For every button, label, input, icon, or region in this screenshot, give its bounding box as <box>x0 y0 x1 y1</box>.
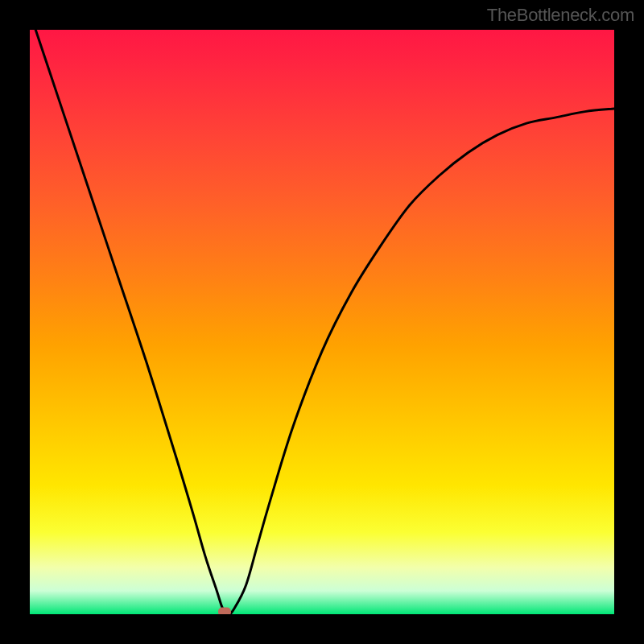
plot-area <box>30 30 614 614</box>
attribution-text: TheBottleneck.com <box>487 5 634 26</box>
chart-frame: TheBottleneck.com <box>0 0 644 644</box>
bottleneck-curve <box>30 30 614 614</box>
optimal-point-marker <box>218 608 231 614</box>
